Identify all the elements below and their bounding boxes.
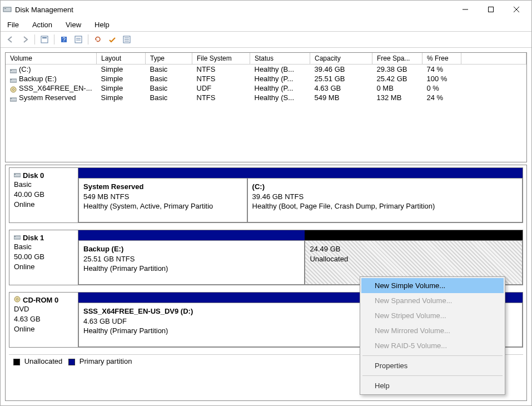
- svg-rect-0: [3, 7, 11, 12]
- volume-row[interactable]: (C:)SimpleBasicNTFSHealthy (B...39.46 GB…: [6, 65, 526, 75]
- drive-icon: [10, 67, 17, 73]
- settings-button[interactable]: [72, 33, 85, 46]
- disk-header-bar: [78, 230, 523, 240]
- menubar: File Action View Help: [1, 18, 531, 31]
- volume-row[interactable]: Backup (E:)SimpleBasicNTFSHealthy (P...2…: [6, 74, 526, 83]
- partition-status: Healthy (Boot, Page File, Crash Dump, Pr…: [252, 201, 518, 211]
- col-free[interactable]: Free Spa...: [372, 53, 422, 65]
- col-capacity[interactable]: Capacity: [310, 53, 372, 65]
- drive-icon: [14, 234, 21, 242]
- volume-name: System Reserved: [19, 93, 76, 102]
- col-type[interactable]: Type: [146, 53, 192, 65]
- list-button[interactable]: [120, 33, 133, 46]
- partition[interactable]: Backup (E:)25.51 GB NTFSHealthy (Primary…: [78, 240, 305, 285]
- svg-rect-1: [4, 8, 6, 9]
- partition[interactable]: System Reserved549 MB NTFSHealthy (Syste…: [78, 178, 247, 222]
- disk-row: Disk 0Basic40.00 GBOnlineSystem Reserved…: [9, 167, 523, 223]
- disc-icon: [14, 296, 21, 304]
- disk-title: Disk 0: [23, 171, 44, 180]
- disk-partitions: System Reserved549 MB NTFSHealthy (Syste…: [78, 168, 523, 222]
- svg-point-25: [17, 299, 18, 300]
- close-button[interactable]: [504, 2, 529, 17]
- volume-name: SSS_X64FREE_EN-...: [19, 84, 92, 92]
- volume-pctfree: 0 %: [422, 83, 461, 93]
- col-spacer: [461, 53, 526, 65]
- refresh-button[interactable]: [91, 33, 105, 46]
- svg-rect-15: [11, 80, 12, 80]
- drive-icon: [10, 77, 17, 82]
- volume-free: 25.42 GB: [372, 74, 422, 83]
- col-status[interactable]: Status: [250, 53, 310, 65]
- help-button[interactable]: ?: [57, 33, 71, 46]
- maximize-button[interactable]: [478, 2, 504, 17]
- svg-rect-13: [11, 70, 12, 71]
- volume-free: 0 MB: [372, 83, 422, 93]
- disk-label[interactable]: Disk 0Basic40.00 GBOnline: [9, 168, 78, 222]
- svg-rect-19: [11, 98, 12, 99]
- volume-layout: Simple: [97, 74, 146, 83]
- context-menu-item: New Mirrored Volume...: [361, 323, 504, 338]
- volume-header-row: Volume Layout Type File System Status Ca…: [6, 53, 526, 65]
- menu-action[interactable]: Action: [30, 19, 54, 30]
- back-button[interactable]: [4, 33, 17, 46]
- partition-size: 25.51 GB NTFS: [83, 254, 300, 264]
- volume-type: Basic: [146, 65, 192, 75]
- disk-size: 40.00 GB: [14, 190, 73, 200]
- col-fs[interactable]: File System: [192, 53, 250, 65]
- disk-state: Online: [14, 200, 73, 210]
- volume-pctfree: 24 %: [422, 93, 461, 102]
- col-pctfree[interactable]: % Free: [422, 53, 461, 65]
- svg-rect-23: [14, 236, 16, 237]
- menu-file[interactable]: File: [5, 19, 21, 30]
- minimize-button[interactable]: [453, 2, 478, 17]
- console-tree-button[interactable]: [38, 33, 51, 46]
- disk-state: Online: [14, 324, 73, 334]
- context-menu: New Simple Volume...New Spanned Volume..…: [360, 276, 505, 395]
- partition-size: 39.46 GB NTFS: [252, 192, 518, 202]
- partition-status: Healthy (Primary Partition): [83, 264, 300, 274]
- volume-pctfree: 74 %: [422, 65, 461, 75]
- svg-rect-7: [42, 37, 47, 38]
- volume-fs: NTFS: [192, 93, 250, 102]
- legend-swatch-primary: [68, 359, 75, 365]
- disk-label[interactable]: CD-ROM 0DVD4.63 GBOnline: [9, 293, 78, 347]
- svg-rect-3: [489, 7, 494, 12]
- volume-status: Healthy (S...: [250, 93, 310, 102]
- disk-kind: Basic: [14, 180, 73, 190]
- context-menu-item[interactable]: Help: [361, 378, 504, 393]
- volume-free: 132 MB: [372, 93, 422, 102]
- drive-icon: [10, 96, 17, 101]
- disc-icon: [10, 86, 17, 92]
- volume-layout: Simple: [97, 93, 146, 102]
- context-menu-separator: [362, 355, 503, 356]
- menu-help[interactable]: Help: [92, 19, 112, 30]
- volume-fs: UDF: [192, 83, 250, 93]
- titlebar: Disk Management: [1, 1, 531, 18]
- context-menu-item[interactable]: New Simple Volume...: [361, 278, 504, 293]
- volume-row[interactable]: SSS_X64FREE_EN-...SimpleBasicUDFHealthy …: [6, 83, 526, 93]
- context-menu-item[interactable]: Properties: [361, 358, 504, 373]
- col-layout[interactable]: Layout: [97, 53, 146, 65]
- volume-layout: Simple: [97, 83, 146, 93]
- volume-name: Backup (E:): [19, 75, 57, 83]
- disk-size: 50.00 GB: [14, 252, 73, 262]
- partition[interactable]: (C:)39.46 GB NTFSHealthy (Boot, Page Fil…: [247, 178, 523, 222]
- svg-rect-6: [41, 36, 48, 43]
- svg-rect-20: [14, 174, 21, 177]
- svg-rect-22: [14, 236, 21, 239]
- toolbar-separator: [34, 34, 35, 44]
- disk-state: Online: [14, 262, 73, 272]
- app-icon: [3, 5, 12, 14]
- volume-row[interactable]: System ReservedSimpleBasicNTFSHealthy (S…: [6, 93, 526, 102]
- partition-title: (C:): [252, 182, 518, 192]
- commit-button[interactable]: [106, 33, 119, 46]
- legend-label-unallocated: Unallocated: [24, 357, 63, 365]
- menu-view[interactable]: View: [63, 19, 83, 30]
- volume-name: (C:): [19, 65, 31, 73]
- legend-label-primary: Primary partition: [79, 357, 132, 365]
- partition-title: Backup (E:): [83, 244, 300, 254]
- forward-button[interactable]: [18, 33, 32, 46]
- disk-label[interactable]: Disk 1Basic50.00 GBOnline: [9, 230, 78, 285]
- disk-title: Disk 1: [23, 234, 44, 242]
- col-volume[interactable]: Volume: [6, 53, 97, 65]
